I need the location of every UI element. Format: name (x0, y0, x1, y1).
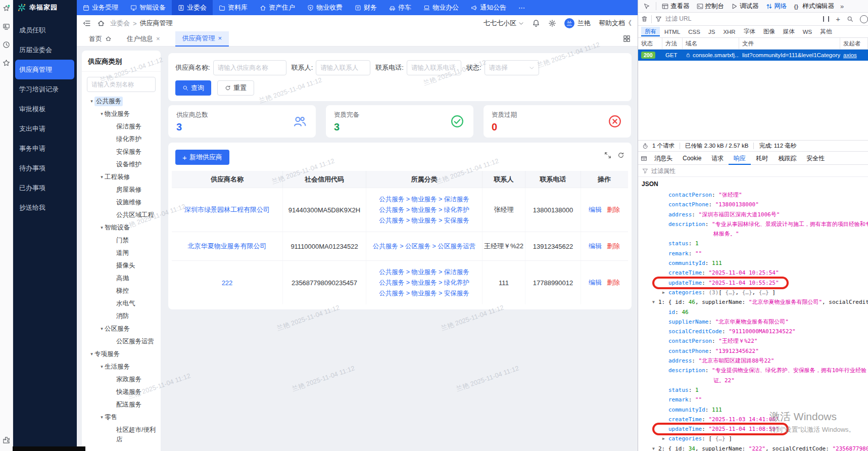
request-row[interactable]: 200GETconsole.smartxfj…list?communityId=… (638, 50, 868, 61)
tree-node-家政服务[interactable]: 家政服务 (82, 373, 161, 386)
nav-item-通知公告[interactable]: 通知公告 (465, 0, 512, 15)
pick-element-icon[interactable] (640, 0, 654, 12)
category-link[interactable]: 公共服务 > 物业服务 > 保洁服务 (379, 268, 469, 277)
devtools-tab-控制台[interactable]: 控制台 (693, 0, 728, 12)
edit-button[interactable]: 编辑 (589, 205, 602, 214)
detail-tab-栈跟踪[interactable]: 栈跟踪 (773, 152, 801, 165)
sidebar-item-支出申请[interactable]: 支出申请 (13, 119, 77, 139)
nav-item-more[interactable]: ⋯ (512, 0, 531, 15)
tree-node-摄像头[interactable]: 摄像头 (82, 259, 161, 272)
initiator-link[interactable]: axios (843, 52, 857, 58)
tree-node-梯控[interactable]: 梯控 (82, 285, 161, 297)
devtools-tab-样式编辑器[interactable]: {}样式编辑器 (791, 0, 838, 12)
add-supplier-button[interactable]: + 新增供应商 (175, 150, 229, 165)
tree-node-设备维护[interactable]: 设备维护 (82, 158, 161, 171)
type-filter-图像[interactable]: 图像 (760, 27, 779, 36)
type-filter-HTML[interactable]: HTML (661, 28, 684, 36)
status-select[interactable]: 请选择 (485, 60, 539, 75)
refresh-table-icon[interactable] (617, 152, 624, 159)
history-icon[interactable] (3, 41, 10, 49)
request-column-域名[interactable]: 域名 (683, 38, 739, 49)
tab-供应商管理[interactable]: 供应商管理× (175, 31, 229, 47)
nav-item-资料库[interactable]: 资料库 (213, 0, 254, 15)
tab-住户信息[interactable]: 住户信息× (127, 31, 160, 47)
nav-item-停车[interactable]: 停车 (383, 0, 417, 15)
type-filter-WS[interactable]: WS (799, 28, 816, 36)
tree-node-水电气[interactable]: 水电气 (82, 297, 161, 310)
add-icon[interactable]: + (836, 15, 840, 23)
tree-node-设施维修[interactable]: 设施维修 (82, 196, 161, 209)
category-link[interactable]: 公共服务 > 物业服务 > 绿化养护 (379, 279, 469, 287)
supplier-name-link[interactable]: 北京华夏物业服务有限公司 (188, 242, 267, 251)
detail-tab-响应[interactable]: 响应 (729, 152, 751, 165)
category-search-input[interactable] (87, 77, 156, 92)
sidebar-item-抄送给我[interactable]: 抄送给我 (13, 198, 77, 217)
type-filter-CSS[interactable]: CSS (685, 28, 704, 36)
supplier-name-link[interactable]: 深圳市绿景园林工程有限公司 (184, 205, 270, 214)
nav-item-业务受理[interactable]: 业务受理 (77, 0, 124, 15)
tree-node-物业服务[interactable]: ▾物业服务 (82, 108, 161, 120)
twisty-closed-icon[interactable]: ▶ (662, 434, 668, 443)
puzzle-icon[interactable] (3, 436, 10, 444)
category-link[interactable]: 公共服务 > 物业服务 > 安保服务 (379, 289, 469, 298)
category-link[interactable]: 公共服务 > 公区服务 > 公区服务运营 (373, 242, 476, 251)
tree-node-安保服务[interactable]: 安保服务 (82, 146, 161, 158)
filter-input[interactable] (316, 60, 370, 75)
tree-node-高抛[interactable]: 高抛 (82, 272, 161, 285)
search-requests-icon[interactable] (847, 16, 853, 22)
request-column-文件[interactable]: 文件 (739, 38, 840, 49)
type-filter-媒体[interactable]: 媒体 (780, 27, 798, 36)
fullscreen-icon[interactable] (604, 152, 611, 159)
help-docs-link[interactable]: 帮助文档《 (599, 19, 632, 28)
grid-layout-icon[interactable] (623, 35, 631, 42)
detail-tab-耗时[interactable]: 耗时 (751, 152, 773, 165)
type-filter-JS[interactable]: JS (705, 28, 718, 36)
settings-icon[interactable] (860, 15, 868, 23)
tree-node-门禁[interactable]: 门禁 (82, 234, 161, 247)
close-icon[interactable]: × (218, 34, 222, 42)
clear-requests-icon[interactable] (641, 16, 648, 22)
star-icon[interactable] (3, 59, 10, 67)
tree-node-公区服务运营[interactable]: 公区服务运营 (82, 335, 161, 348)
user-menu[interactable]: 兰 兰艳 (564, 18, 591, 28)
twisty-closed-icon[interactable]: ▶ (662, 288, 668, 297)
reset-button[interactable]: 重置 (217, 80, 254, 96)
supplier-name-link[interactable]: 222 (222, 279, 233, 287)
twisty-open-icon[interactable]: ▼ (652, 297, 658, 307)
gear-icon[interactable] (548, 19, 556, 27)
close-icon[interactable]: × (156, 35, 160, 42)
edit-button[interactable]: 编辑 (589, 242, 602, 251)
nav-item-物业收费[interactable]: 物业收费 (301, 0, 349, 15)
sidebar-item-审批模板[interactable]: 审批模板 (13, 99, 77, 119)
detail-tab-Cookie[interactable]: Cookie (678, 152, 706, 165)
star-dot-icon[interactable] (3, 5, 10, 12)
json-section-header[interactable]: JSON (638, 177, 868, 190)
tree-node-零售[interactable]: ▾零售 (82, 411, 161, 424)
tree-node-生活服务[interactable]: ▾生活服务 (82, 360, 161, 373)
person-device-icon[interactable] (3, 23, 10, 30)
tree-node-道闸[interactable]: 道闸 (82, 247, 161, 259)
request-column-方法[interactable]: 方法 (662, 38, 683, 49)
community-selector[interactable]: 七七七小区 (484, 19, 524, 28)
tree-node-工程装修[interactable]: ▾工程装修 (82, 171, 161, 184)
tree-node-专项服务[interactable]: ▾专项服务 (82, 348, 161, 360)
tree-node-绿化养护[interactable]: 绿化养护 (82, 133, 161, 146)
type-filter-字体[interactable]: 字体 (740, 27, 759, 36)
request-column-发起者[interactable]: 发起者 (840, 38, 868, 49)
tree-node-保洁服务[interactable]: 保洁服务 (82, 120, 161, 133)
devtools-tab-网络[interactable]: 网络 (762, 0, 791, 12)
tree-node-公共服务[interactable]: ▾公共服务 (82, 95, 161, 108)
tree-node-公共区域工程[interactable]: 公共区域工程 (82, 209, 161, 221)
tree-node-智能设备[interactable]: ▾智能设备 (82, 221, 161, 234)
delete-button[interactable]: 删除 (607, 205, 620, 214)
tree-node-社区超市/便利店[interactable]: 社区超市/便利店 (82, 424, 161, 446)
tree-node-配送服务[interactable]: 配送服务 (82, 398, 161, 411)
more-tabs-icon[interactable]: » (838, 3, 846, 10)
bell-icon[interactable] (532, 19, 540, 27)
nav-item-财务[interactable]: 财务 (349, 0, 383, 15)
tab-首页[interactable]: 首页 (89, 31, 112, 47)
type-filter-XHR[interactable]: XHR (719, 28, 739, 36)
search-button[interactable]: 查询 (175, 80, 211, 96)
nav-item-智能设备[interactable]: 智能设备 (124, 0, 172, 15)
devtools-tab-查看器[interactable]: 查看器 (658, 0, 693, 12)
